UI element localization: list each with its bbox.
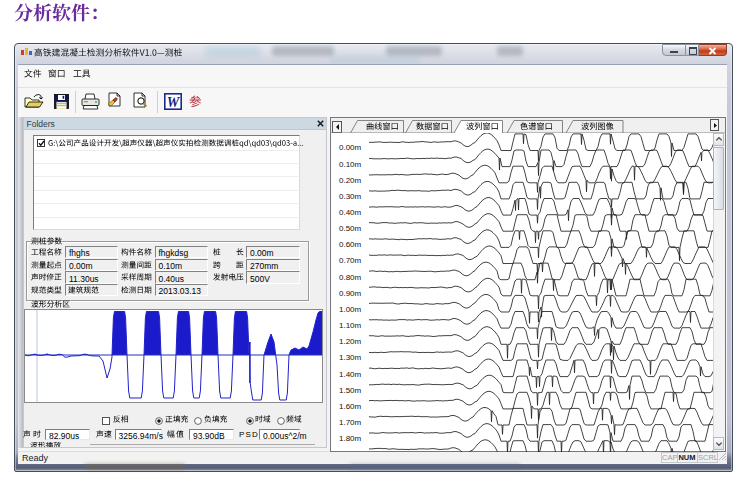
svg-text:0.80m: 0.80m	[339, 272, 362, 281]
svg-text:0.20m: 0.20m	[339, 175, 362, 184]
svg-text:0.60m: 0.60m	[339, 240, 362, 249]
svg-text:0.50m: 0.50m	[339, 224, 362, 233]
svg-text:0.70m: 0.70m	[339, 256, 362, 265]
svg-text:1.40m: 1.40m	[339, 369, 362, 378]
svg-text:1.70m: 1.70m	[339, 417, 362, 426]
svg-text:W: W	[167, 95, 181, 110]
svg-text:0.30m: 0.30m	[339, 191, 362, 200]
svg-text:1.50m: 1.50m	[339, 385, 362, 394]
svg-text:1.60m: 1.60m	[339, 401, 362, 410]
svg-text:0.00m: 0.00m	[339, 143, 362, 152]
svg-text:1.80m: 1.80m	[339, 434, 362, 443]
svg-text:1.20m: 1.20m	[339, 337, 362, 346]
svg-text:0.10m: 0.10m	[339, 159, 362, 168]
svg-text:1.00m: 1.00m	[339, 304, 362, 313]
svg-text:1.30m: 1.30m	[339, 353, 362, 362]
svg-text:1.10m: 1.10m	[339, 321, 362, 330]
svg-text:0.40m: 0.40m	[339, 208, 362, 217]
svg-text:0.90m: 0.90m	[339, 288, 362, 297]
